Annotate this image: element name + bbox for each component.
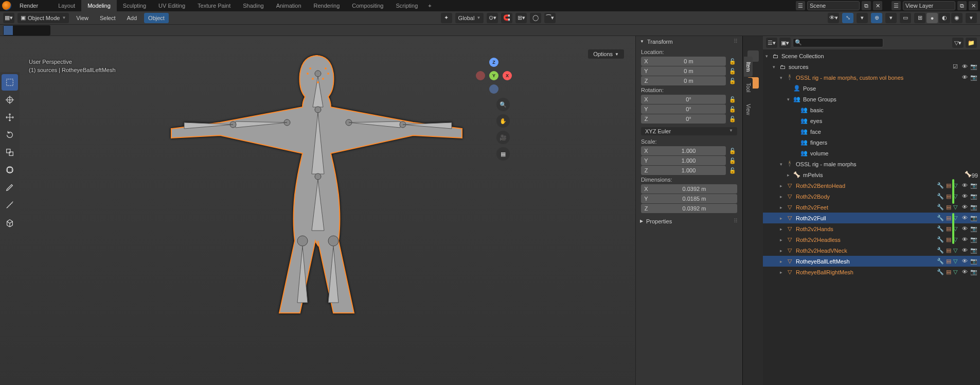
outliner-row[interactable]: ▾🗀Scene Collection <box>763 50 980 61</box>
outliner-row[interactable]: ▸▽Roth2v2HeadVNeck🔧▤▽👁📷 <box>763 245 980 256</box>
expand-toggle[interactable]: ▸ <box>777 259 785 264</box>
hide-toggle[interactable]: 👁 <box>960 215 969 221</box>
shading-menu[interactable]: ▾ <box>966 13 977 23</box>
n-tab-view[interactable]: View <box>744 99 753 120</box>
lock-icon[interactable]: 🔓 <box>728 58 737 65</box>
expand-toggle[interactable]: ▸ <box>777 237 785 242</box>
object-menu[interactable]: Object <box>144 13 169 23</box>
modifier-icon[interactable]: 🔧 <box>937 225 944 232</box>
tool-annotate[interactable] <box>2 179 18 196</box>
select-mode-intersect[interactable] <box>41 26 50 35</box>
vertex-groups-icon[interactable]: ▤ <box>946 193 951 200</box>
scene-name-input[interactable] <box>808 3 859 9</box>
hide-toggle[interactable]: 👁 <box>960 269 969 275</box>
workspace-tab-shading[interactable]: Shading <box>237 0 270 11</box>
dim-x-value[interactable]: 0.0392 m <box>651 184 737 194</box>
n-tab-tool[interactable]: Tool <box>744 78 753 97</box>
drag-grip-icon[interactable]: ⠿ <box>734 38 738 45</box>
expand-toggle[interactable]: ▾ <box>777 162 785 167</box>
workspace-tab-sculpting[interactable]: Sculpting <box>117 0 152 11</box>
proportional-edit-toggle[interactable]: ◯ <box>530 13 541 23</box>
render-toggle[interactable]: 📷 <box>970 74 978 81</box>
lock-icon[interactable]: 🔓 <box>728 167 737 174</box>
outliner-row[interactable]: ▾🕴OSSL rig - male morphs <box>763 159 980 169</box>
lock-icon[interactable]: 🔓 <box>728 148 737 154</box>
outliner-row[interactable]: ▸▽Roth2v2Feet🔧▤▽👁📷 <box>763 202 980 213</box>
outliner-row[interactable]: ▸▽RotheyeBallRightMesh🔧▤▽👁📷 <box>763 267 980 277</box>
pivot-button[interactable]: ⊙▾ <box>487 13 498 23</box>
vertex-groups-icon[interactable]: ▤ <box>946 204 951 211</box>
expand-toggle[interactable]: ▸ <box>777 194 785 199</box>
view-layer-input[interactable] <box>903 3 955 9</box>
workspace-tab-compositing[interactable]: Compositing <box>346 0 389 11</box>
n-tab-item[interactable]: Item <box>744 57 753 77</box>
shading-wireframe[interactable]: ⊞ <box>914 13 925 23</box>
modifier-icon[interactable]: 🔧 <box>937 269 944 275</box>
shapekeys-icon[interactable]: ▽ <box>953 258 957 265</box>
rotation-mode-selector[interactable]: XYZ Euler ▼ <box>641 127 737 135</box>
3d-viewport[interactable]: User Perspective (1) sources | RotheyeBa… <box>0 36 635 385</box>
outliner-tree[interactable]: ▾🗀Scene Collection▾🗀sources☑ 👁📷▾🕴OSSL ri… <box>763 49 980 385</box>
snap-target-button[interactable]: ⊞▾ <box>515 13 527 23</box>
shapekeys-icon[interactable]: ▽ <box>953 247 957 254</box>
drag-grip-icon[interactable]: ⠿ <box>734 218 738 224</box>
add-menu[interactable]: Add <box>123 13 141 23</box>
add-workspace-button[interactable]: + <box>424 3 435 9</box>
shapekeys-icon[interactable]: ▽ <box>953 204 957 211</box>
outliner-row[interactable]: ▸▽Roth2v2Body🔧▤▽👁📷 <box>763 191 980 202</box>
select-mode-extend[interactable] <box>22 26 31 35</box>
lock-icon[interactable]: 🔓 <box>728 106 737 113</box>
scene-selector[interactable] <box>807 1 860 10</box>
render-toggle[interactable]: 📷 <box>970 204 978 211</box>
rot-z-value[interactable]: 0° <box>651 114 726 124</box>
expand-toggle[interactable]: ▾ <box>785 97 792 102</box>
expand-toggle[interactable]: ▸ <box>777 270 785 275</box>
expand-toggle[interactable]: ▸ <box>785 172 792 178</box>
expand-toggle[interactable]: ▸ <box>777 248 785 253</box>
exclude-toggle[interactable]: ☑ <box>951 63 959 70</box>
render-toggle[interactable]: 📷 <box>970 63 978 70</box>
outliner-row[interactable]: 👥face <box>763 126 980 137</box>
shading-rendered[interactable]: ◉ <box>951 13 963 23</box>
lock-icon[interactable]: 🔓 <box>728 68 737 75</box>
gizmo-toggle[interactable]: ⤡ <box>842 13 853 23</box>
rot-y-value[interactable]: 0° <box>651 104 726 114</box>
mode-selector[interactable]: ▣ Object Mode ▼ <box>17 13 69 23</box>
outliner-row[interactable]: ▾👥Bone Groups <box>763 94 980 104</box>
outliner-row[interactable]: ▸▽Roth2v2Hands🔧▤▽👁📷 <box>763 223 980 234</box>
outliner-view-button[interactable]: ▣▾ <box>779 38 791 48</box>
expand-toggle[interactable]: ▸ <box>777 216 785 221</box>
outliner-row[interactable]: ▸▽Roth2v2BentoHead🔧▤▽👁📷 <box>763 180 980 191</box>
lock-icon[interactable]: 🔓 <box>728 116 737 122</box>
tool-scale[interactable] <box>2 144 18 161</box>
modifier-icon[interactable]: 🔧 <box>937 258 944 265</box>
hide-toggle[interactable]: 👁 <box>960 236 969 243</box>
outliner-row[interactable]: 👥basic <box>763 104 980 115</box>
tool-add-primitive[interactable] <box>2 214 18 231</box>
outliner-row[interactable]: ▸▽RotheyeBallLeftMesh🔧▤▽👁📷 <box>763 256 980 267</box>
render-toggle[interactable]: 📷 <box>970 258 978 265</box>
visibility-button[interactable]: 👁▾ <box>828 13 839 23</box>
vertex-groups-icon[interactable]: ▤ <box>946 258 951 265</box>
workspace-tab-scripting[interactable]: Scripting <box>389 0 424 11</box>
scene-browse-button[interactable]: ☰ <box>796 1 805 10</box>
expand-toggle[interactable]: ▸ <box>777 226 785 232</box>
workspace-tab-modeling[interactable]: Modeling <box>81 0 117 11</box>
outliner-row[interactable]: ▸▽Roth2v2Full🔧▤▽👁📷 <box>763 213 980 223</box>
expand-toggle[interactable]: ▾ <box>770 64 777 69</box>
select-menu[interactable]: Select <box>96 13 120 23</box>
tool-rotate[interactable] <box>2 127 18 143</box>
outliner-row[interactable]: ▸🦴mPelvis🦴99 <box>763 169 980 180</box>
dim-z-value[interactable]: 0.0392 m <box>651 204 737 213</box>
dim-y-value[interactable]: 0.0185 m <box>651 194 737 203</box>
overlay-toggle[interactable]: ⊕ <box>871 13 882 23</box>
overlay-menu[interactable]: ▾ <box>885 13 897 23</box>
tool-measure[interactable] <box>2 197 18 213</box>
xray-toggle[interactable]: ▭ <box>900 13 911 23</box>
vertex-groups-icon[interactable]: ▤ <box>946 182 951 189</box>
select-mode-box[interactable] <box>13 26 22 35</box>
gizmo-menu[interactable]: ▾ <box>857 13 868 23</box>
tool-select-box[interactable] <box>2 74 18 91</box>
hide-toggle[interactable]: 👁 <box>960 204 969 211</box>
loc-z-value[interactable]: 0 m <box>651 76 726 85</box>
